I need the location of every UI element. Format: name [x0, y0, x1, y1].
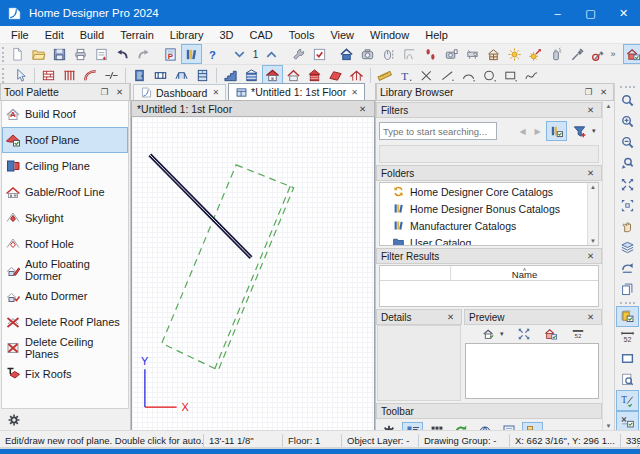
fill-window-icon[interactable]	[616, 174, 639, 195]
wrench-icon[interactable]	[288, 44, 309, 64]
eyedropper-icon[interactable]	[567, 44, 588, 64]
projector-icon[interactable]	[462, 44, 483, 64]
text-tool-icon[interactable]: T	[395, 65, 416, 85]
tab--untitled-1-1st-floor[interactable]: *Untitled 1: 1st Floor✕	[228, 83, 365, 100]
elevation-icon[interactable]	[399, 44, 420, 64]
color-toggle-icon[interactable]	[616, 306, 639, 327]
add-filter-icon[interactable]	[569, 121, 590, 141]
library-scrollbar[interactable]: ▲ ▼	[602, 101, 614, 431]
menu-3d[interactable]: 3D	[211, 28, 241, 42]
palette-item-fix-roofs[interactable]: Fix Roofs	[2, 361, 128, 387]
maximize-button[interactable]: ▢	[574, 0, 607, 26]
palette-item-delete-roof-planes[interactable]: Delete Roof Planes	[2, 309, 128, 335]
close-tab-icon[interactable]: ✕	[212, 88, 219, 97]
toolbar-grip[interactable]	[2, 47, 4, 62]
minimize-button[interactable]: –	[541, 0, 574, 26]
toolbar-grip[interactable]	[2, 68, 7, 83]
library-search-input[interactable]	[379, 122, 497, 140]
cad-line-icon[interactable]	[437, 65, 458, 85]
fill-building-icon[interactable]	[616, 195, 639, 216]
cad-box-icon[interactable]	[500, 65, 521, 85]
floor-down-icon[interactable]	[229, 44, 250, 64]
menu-edit[interactable]: Edit	[37, 28, 72, 42]
close-tab-icon[interactable]: ✕	[351, 88, 358, 97]
drawing-canvas[interactable]: YX	[131, 117, 375, 431]
caret-down-icon[interactable]: ▾	[500, 330, 507, 338]
overflow-icon[interactable]: »	[609, 49, 617, 59]
folder-item-home-designer-core-catalogs[interactable]: Home Designer Core Catalogs	[380, 183, 598, 200]
palette-item-build-roof[interactable]: ABuild Roof	[2, 101, 128, 127]
menu-window[interactable]: Window	[362, 28, 417, 42]
floor-up-icon[interactable]	[261, 44, 282, 64]
swap-views-icon[interactable]	[616, 258, 639, 279]
select-arrow-icon[interactable]	[10, 65, 31, 85]
floor-levels-icon[interactable]	[241, 65, 262, 85]
close-button[interactable]: ✕	[607, 0, 640, 26]
plan-database-icon[interactable]: P	[160, 44, 181, 64]
plan-zoom-icon[interactable]	[616, 369, 639, 390]
float-panel-icon[interactable]: ❐	[98, 87, 111, 97]
roof-tools-icon[interactable]	[262, 65, 283, 85]
default-settings-icon[interactable]	[309, 44, 330, 64]
library-filter-icon[interactable]	[546, 121, 567, 141]
layers-icon[interactable]	[616, 237, 639, 258]
results-column-name[interactable]: ᴧ Name	[451, 266, 598, 280]
menu-view[interactable]: View	[322, 28, 362, 42]
redo-icon[interactable]	[133, 44, 154, 64]
scroll-up-icon[interactable]: ▲	[606, 103, 612, 109]
library-browser-icon[interactable]	[181, 44, 202, 64]
house-check-icon[interactable]	[540, 324, 561, 344]
next-result-icon[interactable]: ▶	[531, 127, 544, 136]
menu-cad[interactable]: CAD	[241, 28, 280, 42]
menu-help[interactable]: Help	[417, 28, 456, 42]
folders-scrollbar[interactable]: ▲▼	[587, 183, 598, 245]
dimension-icon[interactable]	[374, 65, 395, 85]
close-section-icon[interactable]: ✕	[584, 105, 597, 115]
folder-item-user-catalog[interactable]: User Catalog	[380, 234, 598, 246]
railing-icon[interactable]	[59, 65, 80, 85]
palette-item-roof-hole[interactable]: Roof Hole	[2, 231, 128, 257]
close-section-icon[interactable]: ✕	[444, 312, 457, 322]
orbit-icon[interactable]	[378, 44, 399, 64]
save-icon[interactable]	[49, 44, 70, 64]
prev-result-icon[interactable]: ◀	[516, 127, 529, 136]
palette-item-skylight[interactable]: Skylight	[2, 205, 128, 231]
menu-library[interactable]: Library	[162, 28, 212, 42]
cad-point-icon[interactable]	[416, 65, 437, 85]
copy-view-icon[interactable]	[616, 279, 639, 300]
wall-icon[interactable]	[38, 65, 59, 85]
point-markers-icon[interactable]	[616, 411, 639, 432]
toolbar-grip[interactable]	[620, 302, 635, 304]
open-icon[interactable]	[28, 44, 49, 64]
scroll-up-icon[interactable]: ▲	[590, 184, 596, 190]
curved-wall-icon[interactable]	[80, 65, 101, 85]
palette-settings-gear-icon[interactable]	[3, 410, 24, 430]
adjust-lights-icon[interactable]	[525, 44, 546, 64]
window-icon[interactable]	[150, 65, 171, 85]
menu-build[interactable]: Build	[72, 28, 112, 42]
brick-house-icon[interactable]	[304, 65, 325, 85]
zoom-in-icon[interactable]	[616, 111, 639, 132]
spray-icon[interactable]	[546, 44, 567, 64]
tab-dashboard[interactable]: Dashboard✕	[133, 84, 226, 100]
color-picker-icon[interactable]	[588, 44, 609, 64]
roof-plane-tool-icon[interactable]	[325, 65, 346, 85]
sunlight-icon[interactable]	[504, 44, 525, 64]
dimension-defaults-icon[interactable]: 52	[616, 327, 639, 348]
close-panel-icon[interactable]: ✕	[113, 87, 126, 97]
zoom-icon[interactable]	[616, 90, 639, 111]
palette-item-gable-roof-line[interactable]: Gable/Roof Line	[2, 179, 128, 205]
toolbar-grip[interactable]	[620, 86, 635, 88]
bay-window-icon[interactable]	[171, 65, 192, 85]
print-icon[interactable]	[70, 44, 91, 64]
door-icon[interactable]	[129, 65, 150, 85]
dimension-bar-icon[interactable]: 52	[567, 324, 588, 344]
full-overview-icon[interactable]	[336, 44, 357, 64]
palette-item-auto-dormer[interactable]: Auto Dormer	[2, 283, 128, 309]
caret-down-icon[interactable]: ▾	[592, 127, 599, 135]
folder-item-manufacturer-catalogs[interactable]: Manufacturer Catalogs	[380, 217, 598, 234]
help-icon[interactable]: ?	[202, 44, 223, 64]
cad-arc-icon[interactable]	[458, 65, 479, 85]
folder-item-home-designer-bonus-catalogs[interactable]: Home Designer Bonus Catalogs	[380, 200, 598, 217]
scroll-down-icon[interactable]: ▼	[606, 423, 612, 429]
